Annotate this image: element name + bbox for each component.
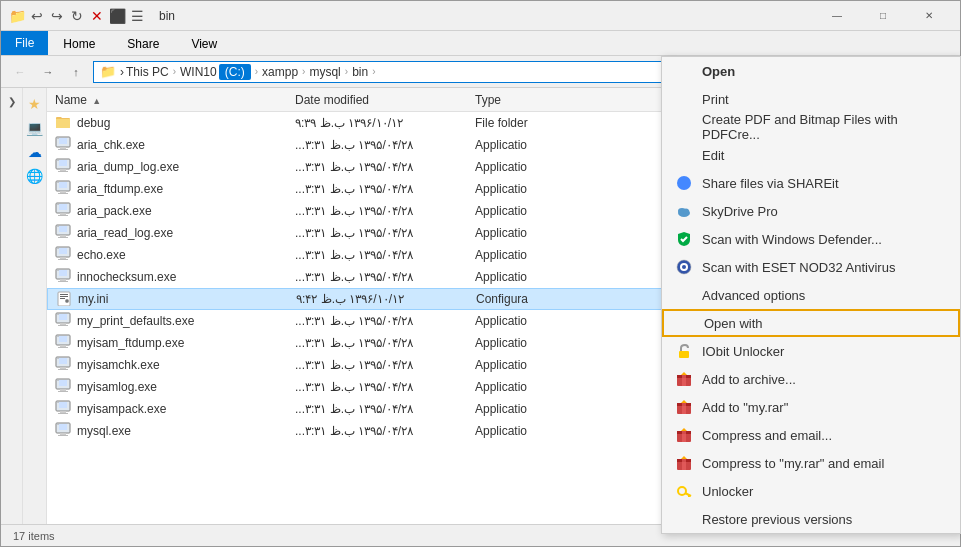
ctx-label-3: Edit [702,148,948,163]
context-menu-item-7[interactable]: Scan with ESET NOD32 Antivirus [662,253,960,281]
context-menu-item-5[interactable]: SkyDrive Pro [662,197,960,225]
svg-rect-23 [58,215,68,216]
svg-rect-41 [58,281,68,282]
svg-rect-58 [57,336,59,337]
svg-rect-39 [57,270,59,271]
svg-rect-38 [59,270,67,276]
nav-icon-network[interactable]: 🌐 [26,168,43,184]
window-controls: — □ ✕ [814,1,952,31]
context-menu-item-8[interactable]: Advanced options [662,281,960,309]
svg-rect-69 [59,380,67,386]
context-menu-item-1[interactable]: Print [662,88,960,113]
file-name: debug [77,116,295,130]
svg-rect-33 [57,248,59,249]
file-name: myisam_ftdump.exe [77,336,295,350]
nav-icon-cloud[interactable]: ☁ [28,144,42,160]
collapse-arrow[interactable]: ❯ [3,92,21,110]
file-icon [55,246,73,264]
context-menu-item-11[interactable]: Add to archive... [662,365,960,393]
file-icon [55,268,73,286]
file-name: aria_dump_log.exe [77,160,295,174]
refresh-icon[interactable]: ↻ [69,8,85,24]
svg-rect-95 [682,375,686,386]
address-path[interactable]: 📁 › This PC › WIN10 (C:) › xampp › mysql… [93,61,710,83]
ctx-label-1: Print [702,92,948,107]
svg-rect-66 [58,369,68,370]
svg-rect-14 [59,182,67,188]
nav-icon-computer[interactable]: 💻 [26,120,43,136]
redo-icon[interactable]: ↪ [49,8,65,24]
file-date: ۱۳۹۵/۰۴/۲۸ ب.ظ ۳:۳۱... [295,204,475,218]
context-menu-item-10[interactable]: IObit Unlocker [662,337,960,365]
column-name[interactable]: Name ▲ [55,93,295,107]
path-segment-win10: WIN10 (C:) [180,64,251,80]
svg-rect-43 [60,294,68,295]
ctx-label-4: Share files via SHAREit [702,176,948,191]
path-folder-icon: 📁 [100,64,116,79]
context-menu-item-4[interactable]: Share files via SHAREit [662,169,960,197]
file-icon [55,158,73,176]
svg-rect-3 [57,138,59,139]
file-icon [55,334,73,352]
svg-point-91 [682,265,686,269]
title-bar-icons: 📁 ↩ ↪ ↻ ✕ ⬛ ☰ [9,8,145,24]
ctx-label-2: Create PDF and Bitmap Files with PDFCre.… [702,112,948,142]
up-button[interactable]: ↑ [65,61,87,83]
context-menu-item-13[interactable]: Compress and email... [662,421,960,449]
svg-rect-40 [60,279,66,281]
svg-point-88 [683,209,689,214]
title-bar: 📁 ↩ ↪ ↻ ✕ ⬛ ☰ bin — □ ✕ [1,1,960,31]
context-menu-item-6[interactable]: Scan with Windows Defender... [662,225,960,253]
minimize-button[interactable]: — [814,1,860,31]
tab-file[interactable]: File [1,31,48,55]
context-menu-item-9[interactable]: Open with [662,309,960,337]
context-menu-item-12[interactable]: Add to "my.rar" [662,393,960,421]
properties-icon[interactable]: ☰ [129,8,145,24]
svg-rect-15 [57,182,59,183]
file-date: ۱۳۹۵/۰۴/۲۸ ب.ظ ۳:۳۱... [295,336,475,350]
context-menu-item-3[interactable]: Edit [662,141,960,169]
ctx-icon-12 [674,397,694,417]
file-date: ۱۳۹۵/۰۴/۲۸ ب.ظ ۳:۳۱... [295,226,475,240]
file-date: ۱۳۹۶/۱۰/۱۲ ب.ظ ۹:۴۲ [296,292,476,306]
ctx-icon-15 [674,481,694,501]
undo-icon[interactable]: ↩ [29,8,45,24]
svg-rect-20 [59,204,67,210]
svg-rect-8 [59,160,67,166]
svg-rect-76 [57,402,59,403]
delete-icon[interactable]: ✕ [89,8,105,24]
context-menu-item-15[interactable]: Unlocker [662,477,960,505]
content-area: ❯ ★ 💻 ☁ 🌐 Name ▲ Date modified Type [1,88,960,524]
context-menu-item-2[interactable]: Create PDF and Bitmap Files with PDFCre.… [662,113,960,141]
file-date: ۱۳۹۵/۰۴/۲۸ ب.ظ ۳:۳۱... [295,380,475,394]
tab-home[interactable]: Home [48,31,110,55]
svg-rect-11 [58,171,68,172]
svg-rect-29 [58,237,68,238]
maximize-button[interactable]: □ [860,1,906,31]
path-segment-thispc: › This PC [120,65,169,79]
svg-rect-59 [60,345,66,347]
file-icon [56,290,74,308]
file-name: myisamlog.exe [77,380,295,394]
window: 📁 ↩ ↪ ↻ ✕ ⬛ ☰ bin — □ ✕ File Home Share … [0,0,961,547]
file-name: echo.exe [77,248,295,262]
svg-rect-32 [59,248,67,254]
tab-view[interactable]: View [176,31,232,55]
ctx-label-15: Unlocker [702,484,948,499]
ctx-label-7: Scan with ESET NOD32 Antivirus [702,260,948,275]
file-name: aria_pack.exe [77,204,295,218]
context-menu-item-16[interactable]: Restore previous versions [662,505,960,524]
sidebar-strip: ❯ [1,88,23,524]
nav-icon-star[interactable]: ★ [28,96,41,112]
column-date[interactable]: Date modified [295,93,475,107]
close-button[interactable]: ✕ [906,1,952,31]
file-icon [55,400,73,418]
forward-button[interactable]: → [37,61,59,83]
svg-rect-84 [58,435,68,436]
back-button[interactable]: ← [9,61,31,83]
svg-rect-5 [58,149,68,150]
context-menu-item-14[interactable]: Compress to "my.rar" and email [662,449,960,477]
file-name: my.ini [78,292,296,306]
tab-share[interactable]: Share [112,31,174,55]
move-icon[interactable]: ⬛ [109,8,125,24]
